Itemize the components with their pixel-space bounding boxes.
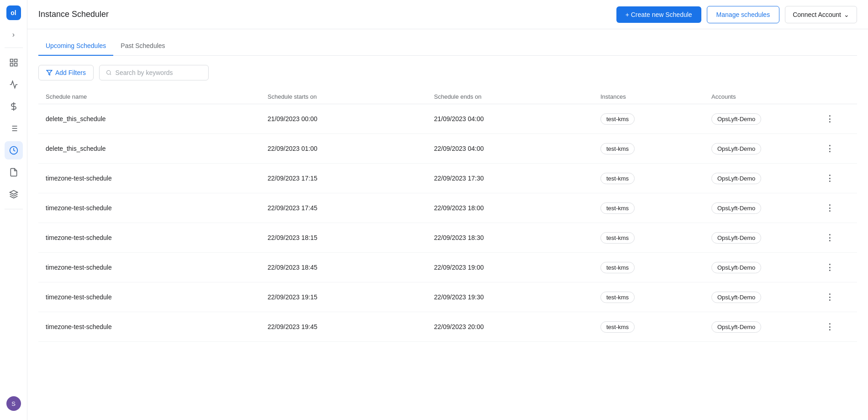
more-options-button[interactable]: ⋮ [822, 201, 837, 215]
table-row: timezone-test-schedule 22/09/2023 18:15 … [38, 223, 857, 253]
svg-rect-0 [10, 59, 13, 62]
more-options-button[interactable]: ⋮ [822, 319, 837, 334]
svg-marker-13 [47, 70, 52, 75]
cell-starts: 22/09/2023 18:15 [268, 234, 434, 241]
table-header: Schedule name Schedule starts on Schedul… [38, 90, 857, 104]
sidebar-divider [5, 48, 23, 48]
cell-more: ⋮ [822, 112, 850, 126]
cell-ends: 21/09/2023 04:00 [434, 115, 601, 122]
cell-account: OpsLyft-Demo [711, 113, 822, 125]
cell-starts: 22/09/2023 18:45 [268, 264, 434, 271]
svg-line-15 [110, 74, 111, 74]
cell-more: ⋮ [822, 290, 850, 304]
cell-instance: test-kms [600, 321, 711, 333]
svg-marker-12 [10, 191, 17, 194]
cell-instance: test-kms [600, 262, 711, 273]
cell-starts: 22/09/2023 17:45 [268, 204, 434, 212]
add-filters-button[interactable]: Add Filters [38, 65, 94, 80]
svg-point-14 [107, 70, 110, 74]
cell-instance: test-kms [600, 202, 711, 214]
col-header-actions [822, 93, 850, 100]
filters-row: Add Filters [38, 65, 857, 80]
search-input[interactable] [116, 69, 202, 76]
cell-ends: 22/09/2023 04:00 [434, 145, 601, 152]
create-schedule-button[interactable]: + Create new Schedule [616, 6, 701, 23]
more-options-button[interactable]: ⋮ [822, 112, 837, 126]
cell-more: ⋮ [822, 230, 850, 245]
cell-starts: 22/09/2023 19:45 [268, 323, 434, 330]
table-row: timezone-test-schedule 22/09/2023 19:45 … [38, 312, 857, 342]
header: Instance Scheduler + Create new Schedule… [27, 0, 868, 29]
sidebar-item-documents[interactable] [5, 163, 23, 181]
cell-account: OpsLyft-Demo [711, 321, 822, 333]
cell-account: OpsLyft-Demo [711, 173, 822, 184]
table-row: timezone-test-schedule 22/09/2023 17:45 … [38, 193, 857, 223]
col-header-ends: Schedule ends on [434, 93, 601, 100]
svg-rect-1 [14, 59, 17, 62]
tab-upcoming-schedules[interactable]: Upcoming Schedules [38, 37, 113, 56]
sidebar-item-scheduler[interactable] [5, 141, 23, 159]
table-row: delete_this_schedule 21/09/2023 00:00 21… [38, 104, 857, 134]
table-row: timezone-test-schedule 22/09/2023 19:15 … [38, 282, 857, 312]
cell-name: timezone-test-schedule [46, 234, 268, 241]
sidebar-toggle[interactable]: › [6, 27, 21, 42]
cell-account: OpsLyft-Demo [711, 262, 822, 273]
cell-ends: 22/09/2023 19:00 [434, 264, 601, 271]
header-actions: + Create new Schedule Manage schedules C… [616, 6, 857, 23]
cell-account: OpsLyft-Demo [711, 202, 822, 214]
cell-account: OpsLyft-Demo [711, 143, 822, 154]
avatar[interactable]: S [6, 396, 21, 411]
cell-instance: test-kms [600, 143, 711, 154]
manage-schedules-button[interactable]: Manage schedules [707, 6, 780, 23]
more-options-button[interactable]: ⋮ [822, 141, 837, 156]
svg-rect-3 [14, 64, 17, 66]
cell-account: OpsLyft-Demo [711, 292, 822, 303]
cell-ends: 22/09/2023 18:30 [434, 234, 601, 241]
col-header-accounts: Accounts [711, 93, 822, 100]
cell-ends: 22/09/2023 18:00 [434, 204, 601, 212]
sidebar-item-billing[interactable] [5, 97, 23, 116]
cell-more: ⋮ [822, 260, 850, 275]
sidebar-item-analytics[interactable] [5, 75, 23, 94]
cell-instance: test-kms [600, 232, 711, 244]
cell-starts: 22/09/2023 19:15 [268, 293, 434, 301]
content-area: Upcoming Schedules Past Schedules Add Fi… [27, 29, 868, 420]
table-body: delete_this_schedule 21/09/2023 00:00 21… [38, 104, 857, 342]
cell-more: ⋮ [822, 319, 850, 334]
schedules-table: Schedule name Schedule starts on Schedul… [38, 90, 857, 342]
more-options-button[interactable]: ⋮ [822, 260, 837, 275]
sidebar-divider-bottom [5, 209, 23, 209]
cell-ends: 22/09/2023 19:30 [434, 293, 601, 301]
cell-name: timezone-test-schedule [46, 264, 268, 271]
connect-account-button[interactable]: Connect Account ⌄ [785, 6, 857, 23]
more-options-button[interactable]: ⋮ [822, 230, 837, 245]
sidebar: ol › S [0, 0, 27, 420]
main-area: Instance Scheduler + Create new Schedule… [27, 0, 868, 420]
sidebar-item-dashboard[interactable] [5, 53, 23, 72]
cell-starts: 21/09/2023 00:00 [268, 115, 434, 122]
sidebar-item-layers[interactable] [5, 185, 23, 203]
col-header-starts: Schedule starts on [268, 93, 434, 100]
search-icon [106, 69, 112, 76]
sidebar-item-list[interactable] [5, 119, 23, 138]
cell-name: timezone-test-schedule [46, 175, 268, 182]
cell-ends: 22/09/2023 20:00 [434, 323, 601, 330]
tab-past-schedules[interactable]: Past Schedules [113, 37, 172, 56]
cell-more: ⋮ [822, 141, 850, 156]
cell-instance: test-kms [600, 292, 711, 303]
table-row: delete_this_schedule 22/09/2023 01:00 22… [38, 134, 857, 164]
cell-more: ⋮ [822, 201, 850, 215]
cell-ends: 22/09/2023 17:30 [434, 175, 601, 182]
cell-name: timezone-test-schedule [46, 293, 268, 301]
more-options-button[interactable]: ⋮ [822, 171, 837, 186]
more-options-button[interactable]: ⋮ [822, 290, 837, 304]
cell-instance: test-kms [600, 173, 711, 184]
col-header-instances: Instances [600, 93, 711, 100]
filter-icon [46, 69, 53, 76]
col-header-name: Schedule name [46, 93, 268, 100]
app-logo[interactable]: ol [6, 5, 21, 20]
chevron-down-icon: ⌄ [844, 11, 849, 18]
cell-instance: test-kms [600, 113, 711, 125]
table-row: timezone-test-schedule 22/09/2023 18:45 … [38, 253, 857, 282]
cell-name: timezone-test-schedule [46, 204, 268, 212]
